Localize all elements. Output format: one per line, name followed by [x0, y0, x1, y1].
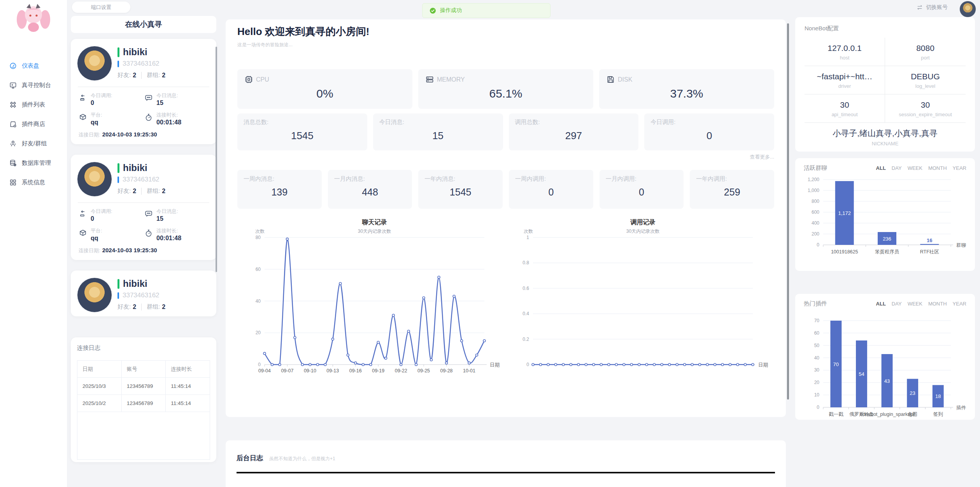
svg-text:236: 236: [883, 236, 891, 242]
platform-value: qq: [91, 119, 102, 126]
tab-all[interactable]: ALL: [876, 165, 886, 171]
platform-icon: [79, 113, 87, 122]
cpu-label: CPU: [256, 76, 269, 83]
sidebar-item-database[interactable]: 数据库管理: [0, 153, 67, 173]
svg-text:40: 40: [256, 298, 261, 304]
log-col-duration: 连接时长: [166, 361, 210, 378]
account-avatar[interactable]: [959, 1, 976, 17]
port-settings-button[interactable]: 端口设置: [72, 2, 130, 13]
divider: [78, 87, 209, 87]
toast-message: 操作成功: [440, 7, 462, 14]
svg-text:0: 0: [258, 362, 261, 367]
tab-day[interactable]: DAY: [892, 301, 902, 307]
view-more-link[interactable]: 查看更多...: [237, 154, 774, 161]
bot-card[interactable]: hibiki 3373463162 好友:2 群组:2: [71, 271, 216, 316]
tab-year[interactable]: YEAR: [953, 301, 966, 307]
groups-count: 2: [162, 188, 165, 195]
bot-qq: 3373463162: [123, 176, 160, 183]
database-icon: [9, 159, 17, 167]
sidebar-item-label: 插件列表: [22, 101, 45, 108]
svg-text:10: 10: [814, 392, 820, 398]
groups-count: 2: [162, 72, 165, 79]
connection-log-title: 连接日志: [77, 344, 210, 352]
tab-week[interactable]: WEEK: [908, 165, 922, 171]
chat-records-chart: 聊天记录30天内记录次数次数020406080日期09-0409-0709-10…: [237, 215, 506, 382]
memory-icon: [425, 75, 434, 84]
bot-card[interactable]: hibiki 3373463162 好友:2 群组:2 今日调用:0: [71, 155, 216, 260]
config-api-timeout: 30 api_timeout: [805, 94, 885, 122]
svg-text:日期: 日期: [758, 362, 768, 368]
svg-text:次数: 次数: [255, 229, 265, 234]
log-table-empty-area: [77, 412, 210, 460]
svg-text:签到: 签到: [933, 412, 943, 417]
cpu-value: 0%: [244, 87, 405, 100]
sidebar-item-console[interactable]: 真寻控制台: [0, 75, 67, 95]
svg-text:30天内记录次数: 30天内记录次数: [626, 229, 659, 234]
svg-text:RTF社区: RTF社区: [920, 249, 940, 255]
svg-text:0: 0: [817, 242, 819, 248]
tab-day[interactable]: DAY: [892, 165, 902, 171]
duration-value: 00:01:48: [156, 119, 181, 126]
log-col-date: 日期: [77, 361, 122, 378]
bot-card[interactable]: hibiki 3373463162 好友:2 群组:2 今日调用:0: [71, 39, 216, 144]
divider: [141, 72, 142, 79]
bot-qq: 3373463162: [123, 292, 160, 299]
hot-plugins-chart: 010203040506070插件70戳一戳54俄罗斯轮盘43nonebot_p…: [795, 307, 975, 418]
tab-week[interactable]: WEEK: [908, 301, 922, 307]
divider: [78, 202, 209, 203]
svg-text:400: 400: [812, 220, 819, 226]
svg-text:0: 0: [817, 405, 819, 410]
config-driver: ~fastapi+~htt… driver: [805, 66, 885, 94]
groups-count: 2: [162, 304, 165, 311]
divider: [141, 188, 142, 195]
botlist-scrollbar[interactable]: [216, 47, 217, 272]
sidebar-item-label: 好友/群组: [22, 140, 47, 147]
log-col-account: 账号: [121, 361, 166, 378]
switch-account-label: 切换账号: [926, 4, 948, 11]
sidebar-item-dashboard[interactable]: 仪表盘: [0, 56, 67, 75]
tab-all[interactable]: ALL: [876, 301, 886, 307]
svg-text:09-19: 09-19: [372, 368, 384, 374]
svg-text:次数: 次数: [524, 229, 533, 234]
name-accent-bar: [117, 47, 119, 57]
total-messages-card: 消息总数: 1545: [237, 113, 367, 150]
backend-log-subtitle: 虽然不知道为什么，但是视力+1: [269, 456, 335, 462]
sidebar-item-system-info[interactable]: 系统信息: [0, 173, 67, 192]
svg-text:50: 50: [814, 343, 820, 348]
connect-date-value: 2024-10-03 19:25:30: [102, 131, 157, 138]
sidebar-item-plugin-store[interactable]: 插件商店: [0, 114, 67, 134]
svg-text:800: 800: [812, 199, 819, 204]
svg-text:1,200: 1,200: [808, 177, 819, 182]
total-calls-value: 297: [515, 130, 633, 142]
tab-month[interactable]: MONTH: [928, 301, 947, 307]
config-session-expire-timeout: 30 session_expire_timeout: [885, 94, 966, 122]
backend-log-card: 后台日志 虽然不知道为什么，但是视力+1: [226, 440, 786, 487]
week-calls-card: 一周内调用: 0: [509, 170, 593, 209]
svg-text:09-10: 09-10: [304, 368, 316, 374]
nonebot-config-grid: 127.0.0.1 host 8080 port ~fastapi+~htt… …: [805, 38, 966, 122]
svg-text:1,172: 1,172: [838, 210, 851, 216]
svg-text:54: 54: [859, 371, 864, 377]
main-scrollbar[interactable]: [787, 23, 789, 400]
svg-text:20: 20: [256, 330, 261, 335]
year-calls-card: 一年内调用: 259: [690, 170, 774, 209]
cpu-icon: [244, 75, 253, 84]
backend-log-title: 后台日志: [237, 454, 263, 463]
tab-year[interactable]: YEAR: [953, 165, 966, 171]
period-tabs: ALL DAY WEEK MONTH YEAR: [876, 165, 966, 171]
bot-column: 端口设置 在线小真寻 hibiki 3373463162 好友:2 群组:2: [70, 0, 217, 487]
svg-text:20: 20: [814, 380, 820, 385]
friends-groups-icon: [9, 140, 17, 147]
bot-name: hibiki: [123, 278, 147, 289]
switch-account-button[interactable]: 切换账号: [916, 4, 948, 11]
nonebot-config-card: NoneBot配置 127.0.0.1 host 8080 port ~fast…: [795, 17, 975, 152]
sidebar-item-friends-groups[interactable]: 好友/群组: [0, 134, 67, 153]
duration-icon: [144, 113, 153, 122]
tab-month[interactable]: MONTH: [928, 165, 947, 171]
bot-name: hibiki: [123, 162, 147, 173]
period-tabs: ALL DAY WEEK MONTH YEAR: [876, 301, 966, 307]
sidebar-item-plugin-list[interactable]: 插件列表: [0, 95, 67, 114]
svg-text:0.2: 0.2: [522, 337, 529, 342]
svg-text:戳一戳: 戳一戳: [829, 412, 843, 417]
svg-text:0.4: 0.4: [522, 311, 529, 316]
